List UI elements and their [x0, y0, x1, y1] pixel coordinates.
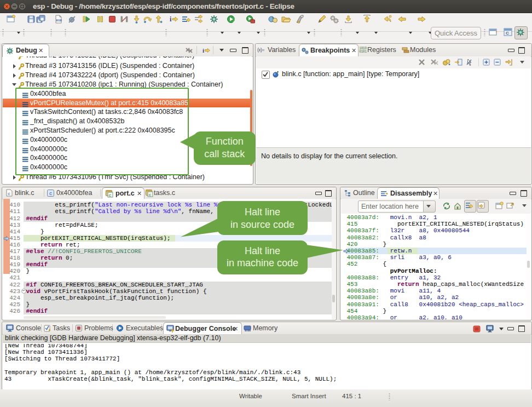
svg-text:i: i [170, 15, 172, 23]
svg-text:C: C [506, 31, 509, 36]
svg-text:c: c [8, 191, 10, 196]
svg-text:i: i [203, 47, 204, 54]
svg-text:c: c [149, 192, 152, 197]
svg-text:c: c [49, 191, 52, 197]
svg-text:010: 010 [56, 19, 62, 22]
svg-text:c: c [109, 193, 112, 198]
